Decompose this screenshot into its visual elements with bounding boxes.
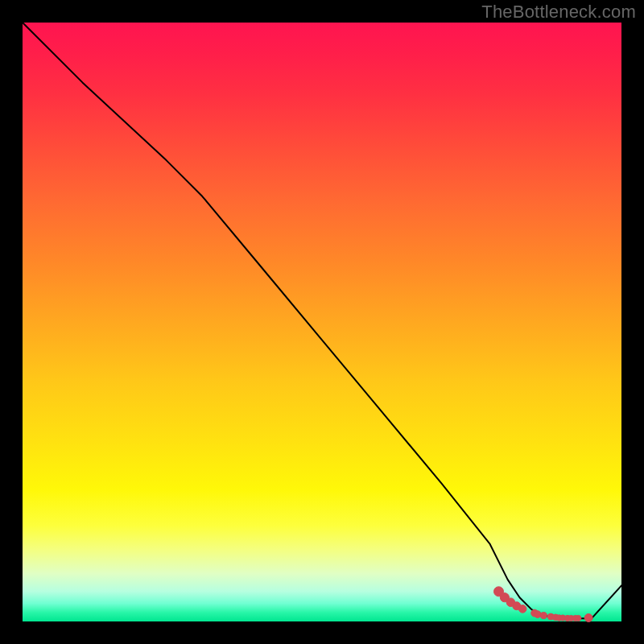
marker-cluster xyxy=(494,587,593,622)
main-curve xyxy=(23,23,621,618)
marker-dot xyxy=(584,614,592,622)
chart-svg xyxy=(23,23,621,621)
marker-dot xyxy=(576,615,581,621)
marker-dot xyxy=(535,611,542,618)
marker-dot xyxy=(540,613,547,619)
chart-stage: TheBottleneck.com xyxy=(0,0,644,644)
watermark-text: TheBottleneck.com xyxy=(481,2,636,23)
marker-dot xyxy=(518,605,526,613)
plot-area xyxy=(23,23,621,621)
